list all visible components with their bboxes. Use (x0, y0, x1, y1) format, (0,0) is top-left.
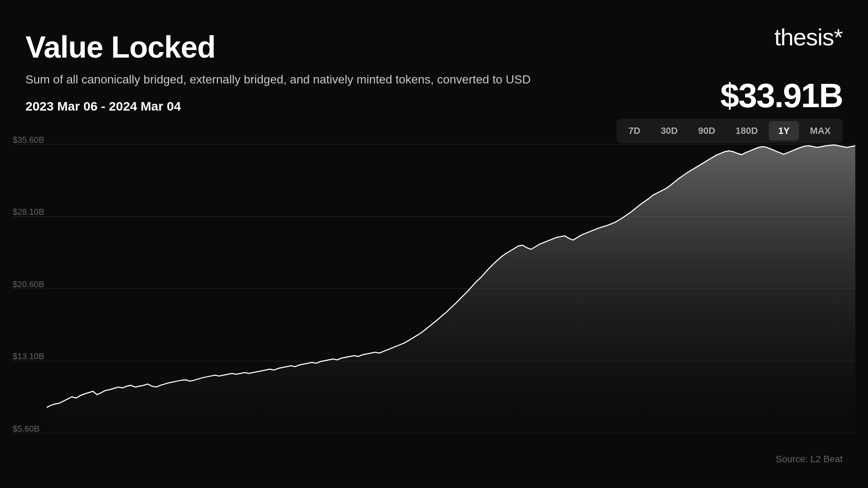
source-label: Source: L2 Beat (776, 454, 843, 465)
grid-line-5: $5.60B (13, 433, 855, 433)
y-label-4: $13.10B (13, 352, 45, 361)
btn-max[interactable]: MAX (801, 121, 840, 141)
page-title: Value Locked (25, 30, 843, 64)
btn-90d[interactable]: 90D (689, 121, 724, 141)
page: thesis* Value Locked Sum of all canonica… (0, 0, 868, 488)
chart-area: $35.60B $28.10B $20.60B $13.10B $5.60B (13, 144, 855, 433)
brand-logo: thesis* (774, 23, 843, 51)
y-label-2: $28.10B (13, 207, 45, 217)
btn-7d[interactable]: 7D (619, 121, 650, 141)
time-period-selector: 7D 30D 90D 180D 1Y MAX (617, 119, 843, 143)
y-label-3: $20.60B (13, 279, 45, 289)
chart-area-fill (47, 145, 855, 433)
btn-30d[interactable]: 30D (651, 121, 687, 141)
btn-180d[interactable]: 180D (726, 121, 768, 141)
y-label-5: $5.60B (13, 424, 39, 433)
y-label-1: $35.60B (13, 135, 45, 144)
current-value: $33.91B (721, 76, 843, 115)
chart-svg (47, 144, 855, 433)
btn-1y[interactable]: 1Y (769, 121, 799, 141)
